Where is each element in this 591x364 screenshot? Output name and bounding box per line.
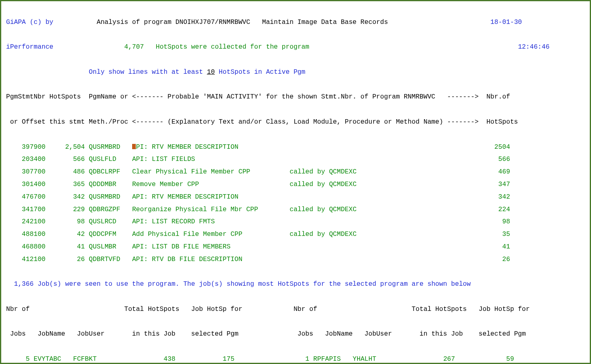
stmt-pgm: QDDDMBR [89, 181, 128, 188]
stmt-row: 341700 229 QDBRGZPF Reorganize Physical … [6, 203, 585, 216]
stmt-total: 469 [479, 168, 510, 176]
stmt-activity: Add Physical File Member CPP [132, 231, 290, 238]
stmt-pgm: QUSRMBRD [89, 143, 128, 151]
stmt-hotspots: 566 [45, 156, 85, 163]
stmt-caller [289, 143, 478, 151]
stmt-caller [289, 218, 478, 225]
stmt-row: 397900 2,504 QUSRMBRD API: RTV MEMBER DE… [6, 141, 585, 154]
stmt-hotspots: 486 [45, 168, 85, 176]
job-name: EVYTABC [34, 355, 73, 363]
stmt-activity: API: RTV DB FILE DESCRIPTION [132, 256, 290, 263]
stmt-nbr: 488100 [6, 231, 45, 238]
terminal-screen: GiAPA (c) by Analysis of program DNOIHXJ… [0, 0, 591, 364]
stmt-nbr: 397900 [6, 143, 45, 151]
stmt-hotspots: 26 [45, 256, 85, 263]
stmt-activity: API: LIST RECORD FMTS [132, 218, 290, 225]
stmt-hotspots: 2,504 [45, 143, 85, 151]
stmt-pgm: QDBRTVFD [89, 256, 128, 263]
stmt-pgm: QUSLMBR [89, 243, 128, 251]
date: 18-01-30 [490, 19, 522, 26]
stmt-total: 224 [479, 206, 510, 213]
stmt-nbr: 412100 [6, 256, 45, 263]
stmt-activity: API: LIST DB FILE MEMBERS [132, 243, 290, 251]
stmt-hotspots: 342 [45, 193, 85, 201]
stmt-caller: called by QCMDEXC [289, 168, 478, 176]
total-hotspots: 4,707 [124, 43, 144, 51]
stmt-total: 566 [479, 156, 510, 163]
job-count: 5 [6, 355, 30, 363]
job-name: RPFAPIS [313, 355, 353, 363]
min-hotspots-input[interactable]: 10 [207, 69, 214, 76]
jobs-header-1: Nbr of Total HotSpots Job HotSp for Nbr … [6, 303, 585, 316]
stmt-table-header-2: or Offset this stmt Meth./Proc <------- … [6, 116, 585, 128]
stmt-total: 35 [479, 231, 510, 238]
stmt-table-header-1: PgmStmtNbr HotSpots PgmName or <------- … [6, 91, 585, 103]
stmt-caller: called by QCMDEXC [289, 231, 478, 238]
text-cursor [132, 144, 136, 149]
stmt-total: 2504 [479, 143, 510, 151]
stmt-row: 412100 26 QDBRTVFD API: RTV DB FILE DESC… [6, 253, 585, 266]
stmt-pgm: QUSLRCD [89, 218, 128, 225]
job-total-hotspots: 438 [112, 355, 175, 363]
stmt-activity: Clear Physical File Member CPP [132, 168, 290, 176]
stmt-total: 41 [479, 243, 510, 251]
filter-line: Only show lines with at least 10 HotSpot… [6, 66, 585, 79]
stmt-activity: Reorganize Physical File Mbr CPP [132, 206, 290, 213]
time: 12:46:46 [518, 43, 550, 51]
stmt-hotspots: 98 [45, 218, 85, 225]
stmt-activity: API: LIST FIELDS [132, 156, 290, 163]
stmt-nbr: 341700 [6, 206, 45, 213]
stmt-hotspots: 365 [45, 181, 85, 188]
stmt-caller [289, 256, 478, 263]
product-name: GiAPA (c) by [6, 19, 54, 26]
stmt-nbr: 203400 [6, 156, 45, 163]
stmt-nbr: 242100 [6, 218, 45, 225]
stmt-row: 476700 342 QUSRMBRD API: RTV MEMBER DESC… [6, 191, 585, 203]
stmt-total: 342 [479, 193, 510, 201]
jobs-header-2: Jobs JobName JobUser in this Job selecte… [6, 328, 585, 340]
stmt-caller: called by QCMDEXC [289, 206, 478, 213]
stmt-nbr: 301400 [6, 181, 45, 188]
stmt-activity: API: RTV MEMBER DESCRIPTION [132, 143, 290, 151]
stmt-pgm: QDDCPFM [89, 231, 128, 238]
job-total-hotspots: 267 [392, 355, 455, 363]
stmt-row: 307700 486 QDBCLRPF Clear Physical File … [6, 166, 585, 178]
header-line-1: GiAPA (c) by Analysis of program DNOIHXJ… [6, 16, 585, 29]
stmt-caller [289, 156, 478, 163]
stmt-pgm: QUSLFLD [89, 156, 128, 163]
stmt-caller [289, 243, 478, 251]
stmt-nbr: 468800 [6, 243, 45, 251]
jobs-summary: 1,366 Job(s) were seen to use the progra… [6, 278, 585, 291]
stmt-total: 98 [479, 218, 510, 225]
stmt-pgm: QDBCLRPF [89, 168, 128, 176]
job-user: YHALHT [353, 355, 392, 363]
job-count: 1 [286, 355, 309, 363]
stmt-caller: called by QCMDEXC [289, 181, 478, 188]
header-line-2: iPerformance 4,707 HotSpots were collect… [6, 41, 585, 54]
stmt-row: 468800 41 QUSLMBR API: LIST DB FILE MEMB… [6, 241, 585, 253]
stmt-activity: API: RTV MEMBER DESCRIPTION [132, 193, 290, 201]
stmt-activity: Remove Member CPP [132, 181, 290, 188]
job-selected-hotspots: 175 [176, 355, 235, 363]
stmt-nbr: 307700 [6, 168, 45, 176]
job-row: 5 EVYTABC FCFBKT 438 175 1 RPFAPIS YHALH… [6, 353, 585, 364]
stmt-total: 26 [479, 256, 510, 263]
vendor: iPerformance [6, 43, 54, 51]
stmt-nbr: 476700 [6, 193, 45, 201]
stmt-hotspots: 41 [45, 243, 85, 251]
page-title: Analysis of program DNOIHXJ707/RNMRBWVC … [96, 19, 388, 26]
stmt-row: 301400 365 QDDDMBR Remove Member CPP cal… [6, 178, 585, 191]
stmt-hotspots: 229 [45, 206, 85, 213]
stmt-pgm: QDBRGZPF [89, 206, 128, 213]
stmt-row: 203400 566 QUSLFLD API: LIST FIELDS 566 [6, 153, 585, 166]
stmt-caller [289, 193, 478, 201]
stmt-row: 242100 98 QUSLRCD API: LIST RECORD FMTS … [6, 216, 585, 228]
stmt-pgm: QUSRMBRD [89, 193, 128, 201]
job-user: FCFBKT [73, 355, 112, 363]
stmt-total: 347 [479, 181, 510, 188]
stmt-hotspots: 42 [45, 231, 85, 238]
job-selected-hotspots: 59 [455, 355, 514, 363]
total-hotspots-label: HotSpots were collected for the program [156, 43, 309, 51]
stmt-row: 488100 42 QDDCPFM Add Physical File Memb… [6, 228, 585, 241]
